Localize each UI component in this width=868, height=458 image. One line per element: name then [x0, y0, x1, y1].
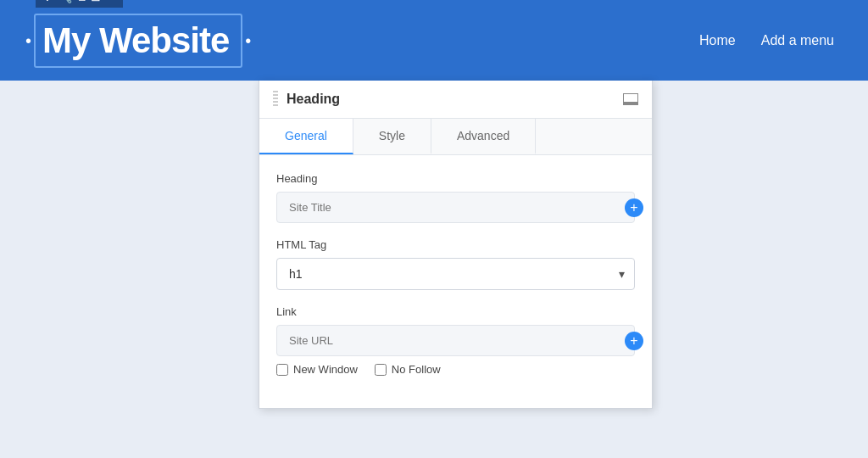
link-add-button[interactable]: + — [625, 332, 643, 350]
new-window-checkbox[interactable] — [276, 364, 288, 376]
duplicate-icon[interactable]: ⧉ — [77, 0, 86, 4]
site-title: My Website — [42, 20, 229, 61]
minimize-button[interactable] — [623, 93, 638, 105]
no-follow-checkbox-label[interactable]: No Follow — [375, 363, 441, 376]
nav-menu: Home Add a menu — [699, 33, 834, 48]
settings-panel: Heading General Style Advanced Heading +… — [259, 81, 653, 409]
move-icon[interactable]: ✛ — [42, 0, 53, 4]
panel-header: Heading — [259, 81, 652, 119]
no-follow-checkbox[interactable] — [375, 364, 387, 376]
heading-input[interactable] — [276, 192, 635, 223]
toolbar-icons[interactable]: ✛ 🔧 ⧉ ⊞ ✕ — [36, 0, 123, 8]
html-tag-field-group: HTML Tag h1 h2 h3 h4 h5 h6 div span p ▾ — [276, 238, 635, 290]
link-options: New Window No Follow — [276, 363, 635, 376]
nav-home[interactable]: Home — [699, 33, 736, 48]
grid-icon[interactable]: ⊞ — [91, 0, 101, 4]
settings-icon[interactable]: 🔧 — [58, 0, 72, 4]
heading-field-label: Heading — [276, 172, 635, 185]
link-field-label: Link — [276, 305, 635, 318]
main-content: Heading General Style Advanced Heading +… — [0, 81, 868, 458]
html-tag-select-wrapper: h1 h2 h3 h4 h5 h6 div span p ▾ — [276, 258, 635, 290]
no-follow-label: No Follow — [392, 363, 441, 376]
close-icon[interactable]: ✕ — [106, 0, 116, 4]
html-tag-label: HTML Tag — [276, 238, 635, 251]
navbar: ✛ 🔧 ⧉ ⊞ ✕ My Website Home Add a menu — [0, 0, 868, 81]
link-input-wrapper: + — [276, 325, 635, 356]
brand-wrapper: ✛ 🔧 ⧉ ⊞ ✕ My Website — [34, 14, 242, 68]
tab-general[interactable]: General — [259, 119, 353, 154]
new-window-checkbox-label[interactable]: New Window — [276, 363, 358, 376]
panel-tabs: General Style Advanced — [259, 119, 652, 155]
link-input[interactable] — [276, 325, 635, 356]
nav-add-menu[interactable]: Add a menu — [761, 33, 834, 48]
html-tag-select[interactable]: h1 h2 h3 h4 h5 h6 div span p — [276, 258, 635, 290]
heading-input-wrapper: + — [276, 192, 635, 223]
heading-field-group: Heading + — [276, 172, 635, 223]
drag-handle[interactable] — [273, 91, 278, 108]
new-window-label: New Window — [293, 363, 358, 376]
panel-body: Heading + HTML Tag h1 h2 h3 h4 h5 h6 — [259, 155, 652, 408]
panel-title-text: Heading — [287, 92, 340, 107]
tab-style[interactable]: Style — [353, 119, 431, 154]
heading-add-button[interactable]: + — [625, 198, 643, 217]
tab-advanced[interactable]: Advanced — [431, 119, 536, 154]
link-field-group: Link + New Window No Follow — [276, 305, 635, 376]
panel-title-area: Heading — [273, 91, 340, 108]
